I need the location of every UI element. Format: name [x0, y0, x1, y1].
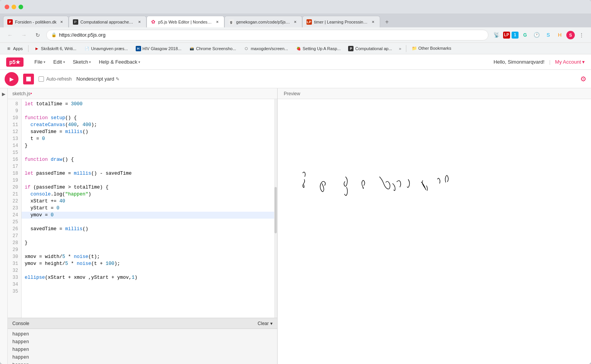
- bookmark-other-label: 📁 Other Bookmarks: [412, 46, 451, 51]
- console-line-4: happen: [12, 354, 273, 361]
- file-name: sketch.js: [12, 91, 30, 96]
- auto-refresh-checkbox[interactable]: [39, 76, 44, 82]
- bookmarks-more[interactable]: »: [397, 46, 404, 52]
- tab-close-p5js[interactable]: ✕: [215, 19, 220, 25]
- code-scrollbar[interactable]: [274, 99, 277, 318]
- skype-icon[interactable]: S: [543, 30, 553, 40]
- tab-favicon-politiken: P: [7, 19, 13, 25]
- auto-refresh-toggle[interactable]: Auto-refresh: [39, 76, 72, 82]
- bookmark-hiv[interactable]: H HIV Glasgow 2018...: [133, 45, 185, 52]
- play-button[interactable]: ▶: [5, 72, 19, 86]
- p5-logo[interactable]: p5★: [6, 57, 24, 67]
- address-bar[interactable]: 🔒 https://editor.p5js.org: [46, 30, 488, 40]
- bookmark-maxogden-label: maxogden/screen...: [251, 46, 288, 51]
- modified-indicator: •: [30, 91, 32, 96]
- preview-header: Preview: [278, 88, 591, 99]
- bookmark-apps[interactable]: ⊞ Apps: [3, 45, 26, 52]
- tab-close-genekogan[interactable]: ✕: [293, 19, 298, 25]
- console-title: Console: [12, 321, 29, 326]
- bookmark-unavngiven[interactable]: 📄 Unavngiven præs...: [81, 45, 131, 52]
- scrollbar-thumb[interactable]: [274, 187, 277, 233]
- nav-icons: 📡 LP 1 G 🕐 S H S ⋮: [492, 30, 586, 40]
- sketch-name: Nondescript yard ✎: [76, 76, 120, 82]
- tab-favicon-genekogan: g: [229, 19, 234, 25]
- avatar-icon[interactable]: S: [566, 31, 575, 39]
- lock-icon: 🔒: [51, 32, 57, 37]
- tab-favicon-p5js: ✿: [151, 19, 156, 25]
- tab-timer[interactable]: LP timer | Learning Processing 2n... ✕: [302, 16, 380, 27]
- menu-file[interactable]: File ▾: [31, 57, 49, 66]
- file-arrow-icon: ▾: [44, 60, 45, 64]
- code-content[interactable]: 8 9 10 11 12 13 14 15 16 17 18 19 20 21: [8, 99, 277, 318]
- tab-p5js[interactable]: ✿ p5.js Web Editor | Nondescript... ✕: [146, 16, 224, 27]
- bookmark-hiv-label: HIV Glasgow 2018...: [143, 46, 182, 51]
- file-panel-toggle[interactable]: ▶: [2, 91, 5, 97]
- bookmark-chrome[interactable]: 📸 Chrome Screensho...: [186, 45, 239, 52]
- bookmark-skraskrift[interactable]: ▶ Skråskrift 6, Writi...: [31, 45, 79, 52]
- new-tab-button[interactable]: +: [382, 17, 392, 27]
- tab-title-politiken: Forsiden - politiken.dk: [15, 20, 57, 24]
- pencil-icon[interactable]: ✎: [116, 76, 120, 82]
- stop-button[interactable]: [23, 74, 34, 84]
- auto-refresh-label-text: Auto-refresh: [46, 76, 72, 82]
- preview-svg: [278, 99, 591, 364]
- stop-icon: [26, 77, 31, 81]
- back-button[interactable]: ←: [5, 30, 15, 40]
- lastpass-icon[interactable]: LP: [503, 32, 510, 39]
- tab-computational[interactable]: P Computational approaches to... ✕: [69, 16, 146, 27]
- refresh-button[interactable]: ↻: [32, 30, 43, 40]
- cast-icon[interactable]: 📡: [492, 30, 502, 40]
- console-line-5: happen: [12, 361, 273, 364]
- line-numbers: 8 9 10 11 12 13 14 15 16 17 18 19 20 21: [8, 99, 22, 318]
- tab-genekogan[interactable]: g genekogan.com/code/p5js-pe... ✕: [224, 16, 302, 27]
- bookmark-rasp[interactable]: 🍓 Setting Up A Rasp...: [293, 45, 343, 52]
- console-line-3: happen: [12, 346, 273, 354]
- 1password-icon[interactable]: 1: [512, 32, 519, 39]
- tab-title-p5js: p5.js Web Editor | Nondescript...: [158, 20, 212, 24]
- unavngiven-favicon: 📄: [84, 46, 89, 51]
- bookmark-apps-label: Apps: [13, 46, 23, 51]
- my-account-link[interactable]: My Account ▾: [555, 59, 585, 65]
- bookmark-other[interactable]: 📁 Other Bookmarks: [409, 45, 455, 52]
- traffic-lights: [5, 5, 23, 9]
- menu-edit[interactable]: Edit ▾: [50, 57, 68, 66]
- clockwise-icon[interactable]: 🕐: [532, 30, 542, 40]
- settings-button[interactable]: ⚙: [580, 75, 586, 83]
- rasp-favicon: 🍓: [296, 46, 301, 51]
- browser-window: P Forsiden - politiken.dk ✕ P Computatio…: [0, 0, 591, 364]
- tab-favicon-timer: LP: [306, 19, 312, 25]
- tab-close-timer[interactable]: ✕: [370, 19, 376, 25]
- edit-arrow-icon: ▾: [63, 60, 65, 64]
- p5-header-right: Hello, Simonmarqvard! | My Account ▾: [493, 59, 585, 65]
- tab-politiken[interactable]: P Forsiden - politiken.dk ✕: [3, 16, 69, 27]
- sketch-name-text[interactable]: Nondescript yard: [76, 76, 114, 82]
- app-content: p5★ File ▾ Edit ▾ Sketch ▾ Help & Feedba…: [0, 54, 591, 364]
- bookmark-maxogden[interactable]: ⬡ maxogden/screen...: [241, 45, 291, 52]
- code-area: sketch.js• 8 9 10 11 12 13 14 15 16 17: [8, 88, 278, 364]
- tab-title-genekogan: genekogan.com/code/p5js-pe...: [236, 20, 290, 24]
- console-line-1: happen: [12, 330, 273, 338]
- honey-icon[interactable]: H: [555, 30, 565, 40]
- bookmark-separator: [28, 45, 29, 52]
- tab-bar: P Forsiden - politiken.dk ✕ P Computatio…: [0, 13, 591, 27]
- console-collapse-icon[interactable]: ▾: [270, 321, 273, 326]
- forward-button[interactable]: →: [19, 30, 29, 40]
- grammarly-icon[interactable]: G: [520, 30, 530, 40]
- console-area: Console Clear ▾ happen happen happen hap…: [8, 318, 277, 364]
- bookmark-computational[interactable]: P Computational ap...: [345, 45, 395, 52]
- hiv-favicon: H: [136, 46, 141, 51]
- menu-icon[interactable]: ⋮: [576, 30, 586, 40]
- p5-menu: File ▾ Edit ▾ Sketch ▾ Help & Feedback ▾: [31, 57, 143, 66]
- tab-close-computational[interactable]: ✕: [137, 19, 142, 25]
- tab-close-politiken[interactable]: ✕: [59, 19, 64, 25]
- menu-sketch[interactable]: Sketch ▾: [70, 57, 94, 66]
- close-button[interactable]: [5, 5, 9, 9]
- console-clear-button[interactable]: Clear: [258, 321, 269, 326]
- preview-canvas: [278, 99, 591, 364]
- code-lines[interactable]: let totalTime = 3000 function setup() { …: [22, 99, 274, 318]
- apps-favicon: ⊞: [6, 46, 12, 51]
- minimize-button[interactable]: [12, 5, 16, 9]
- skraskrift-favicon: ▶: [34, 46, 39, 51]
- maximize-button[interactable]: [19, 5, 23, 9]
- menu-help[interactable]: Help & Feedback ▾: [96, 57, 143, 66]
